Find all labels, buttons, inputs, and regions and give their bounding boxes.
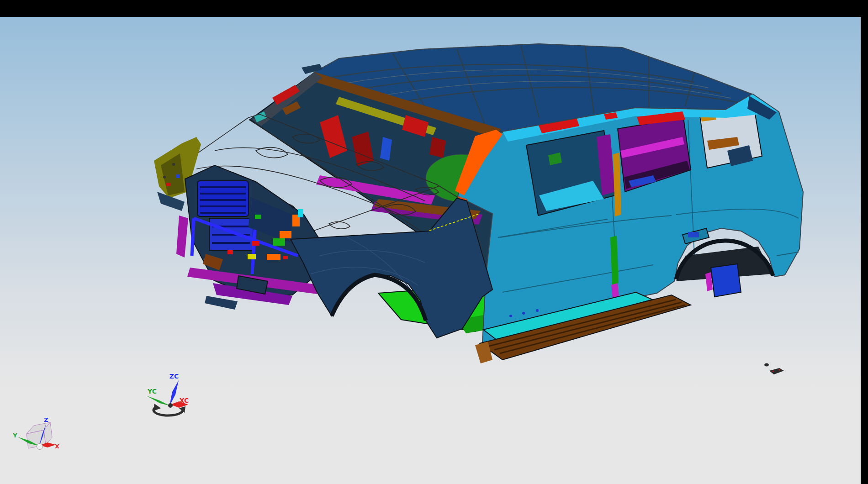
left-fender-red-speck[interactable]	[166, 183, 171, 186]
bumper-magenta-vertical[interactable]	[176, 216, 188, 258]
left-fender-blue-speck[interactable]	[176, 174, 180, 178]
csys-y-label: Y	[12, 432, 17, 439]
wcs-x-label: XC	[180, 397, 189, 404]
car-body-model[interactable]	[154, 44, 803, 374]
wcs-rotation-arrowhead-1[interactable]	[153, 404, 161, 411]
cad-scene[interactable]: ZC YC XC Z Y X	[0, 0, 868, 484]
front-clip[interactable]	[176, 165, 320, 310]
front-fender-assembly[interactable]	[291, 198, 492, 338]
air-dam-flap[interactable]	[205, 296, 238, 310]
door-handle-blue[interactable]	[688, 232, 699, 237]
wcs-z-label: ZC	[169, 373, 179, 380]
left-fender-hole-2	[172, 163, 175, 166]
loose-part-nut[interactable]	[764, 363, 769, 367]
window-top-bar	[0, 0, 868, 17]
red-clip-2[interactable]	[228, 250, 233, 254]
csys-z-label: Z	[44, 416, 48, 423]
window-right-bar	[861, 0, 868, 484]
graphics-window[interactable]: ZC YC XC Z Y X	[0, 0, 861, 484]
red-clip-3[interactable]	[283, 256, 288, 259]
wcs-triad[interactable]: ZC YC XC	[147, 373, 189, 416]
cyan-clip[interactable]	[298, 209, 303, 217]
csys-origin-ball-highlight	[38, 444, 40, 446]
grill-slat-panel[interactable]	[197, 181, 249, 216]
csys-origin-ball[interactable]	[37, 444, 43, 450]
orange-bracket-1[interactable]	[280, 231, 291, 238]
red-clip-1[interactable]	[252, 241, 259, 246]
loose-parts[interactable]	[764, 363, 784, 375]
door-dot-3	[536, 309, 539, 312]
green-clip-2[interactable]	[255, 215, 261, 219]
door-dot-2	[522, 312, 525, 315]
green-clip-1[interactable]	[273, 238, 285, 246]
loose-part-red-dot-2	[778, 369, 780, 370]
left-fender-hole-1	[163, 176, 166, 179]
loose-part-red-dot-1	[772, 370, 773, 372]
datum-csys[interactable]: Z Y X	[12, 416, 59, 450]
yellow-clip[interactable]	[248, 254, 256, 259]
interior-dark-red-bracket[interactable]	[429, 137, 446, 158]
csys-x-label: X	[55, 443, 59, 450]
door-dot-1	[509, 315, 512, 317]
orange-bracket-3[interactable]	[267, 254, 281, 260]
wcs-y-label: YC	[147, 388, 157, 395]
loose-part-bracket[interactable]	[769, 368, 784, 374]
rear-wheelhouse-blue[interactable]	[711, 264, 741, 297]
wcs-y-axis-arrow[interactable]	[147, 396, 170, 406]
wcs-origin-knob[interactable]	[168, 403, 173, 408]
